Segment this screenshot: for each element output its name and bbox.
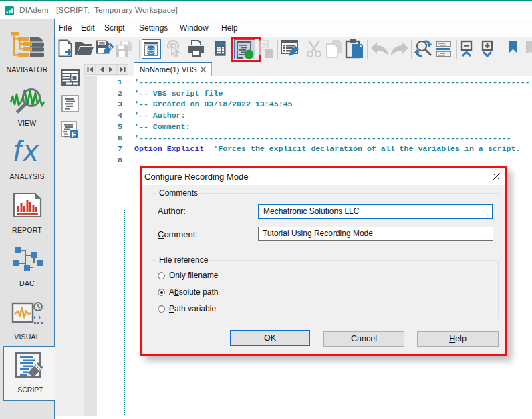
svg-text:F: F [72, 130, 76, 138]
svg-text:fx: fx [13, 135, 40, 164]
